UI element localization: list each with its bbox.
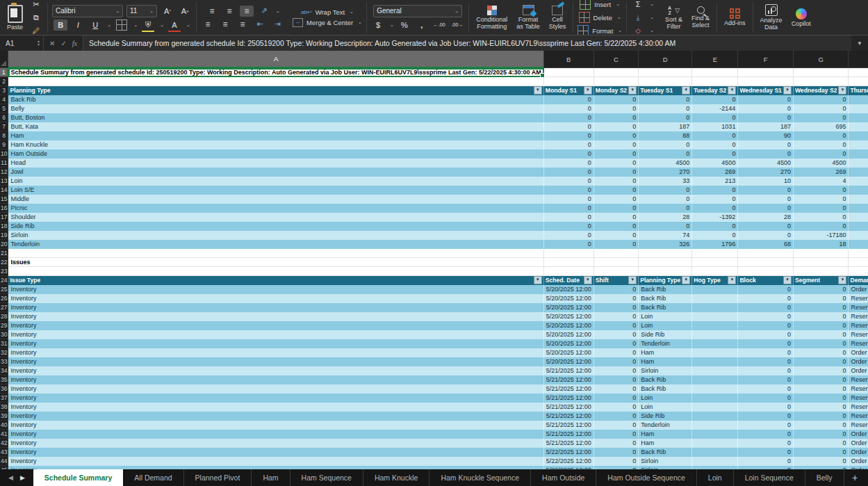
cell[interactable] [794,77,849,86]
row-header-9[interactable]: 9 [0,140,8,149]
cut-button[interactable]: ✂ [29,0,43,10]
cell[interactable]: 0 [594,339,639,348]
row-header-20[interactable]: 20 [0,240,8,249]
cell[interactable]: 5/22/2025 12:00 [544,448,594,457]
merge-center-button[interactable]: ↔ Merge & Center⌄ [293,18,362,27]
cell[interactable]: Sched. Date▼ [544,276,594,285]
column-header-C[interactable]: C [594,51,639,68]
cell[interactable]: 0 [849,95,868,104]
row-header-41[interactable]: 41 [0,430,8,439]
cell[interactable]: Reservation [849,294,868,303]
column-header-A[interactable]: A [8,51,543,68]
cell[interactable] [639,258,692,267]
row-header-14[interactable]: 14 [0,186,8,195]
row-header-24[interactable]: 24 [0,276,8,285]
cell[interactable]: 5/21/2025 12:00 [544,394,594,403]
align-bottom-button[interactable]: ≡ [240,6,254,17]
cell-styles-button[interactable]: Cell Styles [546,5,569,31]
cell[interactable]: 0 [738,457,794,466]
cell[interactable]: Inventory [8,421,543,430]
sheet-tab-ham[interactable]: Ham [252,469,290,486]
cell[interactable]: Inventory [8,285,543,294]
cell[interactable]: 0 [738,95,794,104]
cell[interactable]: -17180 [794,231,849,240]
cell[interactable]: 89 [849,131,868,140]
cell[interactable]: 0 [594,448,639,457]
cell[interactable]: 187 [639,122,692,131]
cell[interactable]: 5/20/2025 12:00 [544,294,594,303]
cell[interactable]: 0 [544,240,594,249]
decrease-decimal-button[interactable]: .00→ [450,19,465,31]
cell[interactable]: 4500 [639,159,692,168]
cell[interactable]: 0 [544,195,594,204]
cell[interactable]: Reservation [849,339,868,348]
cell[interactable]: 5/21/2025 12:00 [544,412,594,421]
cell[interactable]: Planning Type▼ [639,276,692,285]
cell[interactable]: Order [849,448,868,457]
row-header-3[interactable]: 3 [0,86,8,95]
cell[interactable]: Belly [8,104,543,113]
filter-button[interactable]: ▼ [682,86,690,95]
sheet-tab-ham-knuckle[interactable]: Ham Knuckle [363,469,429,486]
cell[interactable]: 0 [794,113,849,122]
cell[interactable]: 0 [738,412,794,421]
cell[interactable]: Inventory [8,457,543,466]
cell[interactable]: -1392 [692,213,738,222]
filter-button[interactable]: ▼ [682,276,690,284]
row-header-44[interactable]: 44 [0,457,8,466]
cell[interactable]: Sirloin [639,366,692,375]
column-header-D[interactable]: D [639,51,692,68]
row-header-8[interactable]: 8 [0,131,8,140]
cell[interactable]: 0 [639,195,692,204]
cell[interactable]: 0 [544,122,594,131]
cell[interactable]: 0 [794,357,849,366]
cell[interactable]: 0 [544,177,594,186]
cell[interactable]: 33 [639,177,692,186]
cell[interactable]: 1796 [692,240,738,249]
cell[interactable]: 0 [738,448,794,457]
cell[interactable]: Issue Type▼ [8,276,543,285]
cell[interactable]: Inventory [8,439,543,448]
cell[interactable]: 0 [594,140,639,149]
cell[interactable]: 0 [594,231,639,240]
sheet-tab-schedule-summary[interactable]: Schedule Summary [33,469,123,486]
cell[interactable]: 0 [544,186,594,195]
cell[interactable]: Reservation [849,384,868,394]
row-header-38[interactable]: 38 [0,403,8,412]
cell[interactable]: 4 [794,177,849,186]
cell[interactable] [849,77,868,86]
cell[interactable]: 695 [794,122,849,131]
cell[interactable]: 0 [738,430,794,439]
cell[interactable]: 5/21/2025 12:00 [544,375,594,384]
cell[interactable]: 2 [849,213,868,222]
row-header-21[interactable]: 21 [0,249,8,258]
sheet-nav-left-button[interactable]: ◀ [8,474,13,481]
wrap-text-button[interactable]: ab↩ Wrap Text⌄ [301,8,354,16]
cell[interactable]: 0 [692,231,738,240]
cell[interactable] [8,249,543,258]
cell[interactable]: 5/20/2025 12:00 [544,321,594,330]
cell[interactable]: 0 [794,104,849,113]
cell[interactable]: Reservation [849,330,868,339]
cell[interactable] [692,339,738,348]
fx-icon[interactable]: fx [72,40,77,47]
cell[interactable] [692,394,738,403]
cell[interactable] [794,249,849,258]
cell[interactable]: 5/20/2025 12:00 [544,357,594,366]
row-header-29[interactable]: 29 [0,321,8,330]
cell[interactable]: Tuesday S2▼ [692,86,738,95]
cell[interactable]: Ham [639,430,692,439]
cell[interactable] [738,267,794,276]
sheet-nav-right-button[interactable]: ▶ [20,474,25,481]
cell[interactable]: Ham [639,348,692,357]
row-header-22[interactable]: 22 [0,258,8,267]
increase-indent-button[interactable]: ⇥ [270,19,284,30]
cell[interactable]: 5/21/2025 12:00 [544,421,594,430]
cell[interactable] [692,68,738,77]
cell[interactable]: Order [849,457,868,466]
cell[interactable]: 0 [692,131,738,140]
cell[interactable]: Middle [8,195,543,204]
cell[interactable]: 0 [738,149,794,159]
select-all-corner[interactable] [0,51,8,68]
filter-button[interactable]: ▼ [838,276,846,284]
